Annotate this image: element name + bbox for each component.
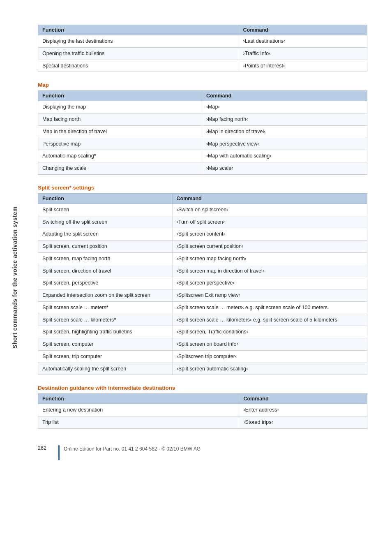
table-row: Split screen, perspective ›Split screen … [38,277,367,289]
col-header-command-1: Command [239,25,367,35]
cell-function: Opening the traffic bulletins [38,47,239,60]
table-row: Split screen, trip computer ›Splitscreen… [38,350,367,363]
table-destinations-top: Function Command Displaying the last des… [38,25,367,72]
cell-function: Split screen, highlighting traffic bulle… [38,326,173,338]
cell-function: Split screen, computer [38,338,173,351]
section-destinations-top: Function Command Displaying the last des… [38,25,367,72]
table-row: Displaying the last destinations ›Last d… [38,35,367,48]
table-row: Expanded intersection zoom on the split … [38,289,367,302]
table-row: Entering a new destination ›Enter addres… [38,404,367,416]
table-row: Perspective map ›Map perspective view‹ [38,138,367,150]
cell-function: Expanded intersection zoom on the split … [38,289,173,302]
table-row: Adapting the split screen ›Split screen … [38,228,367,240]
table-row: Map facing north ›Map facing north‹ [38,113,367,126]
cell-command: ›Split screen scale … kilometers‹ e.g. s… [172,314,367,326]
cell-function: Split screen, perspective [38,277,173,289]
cell-function: Split screen, map facing north [38,252,173,265]
cell-function: Map facing north [38,113,202,126]
cell-command: ›Switch on splitscreen‹ [172,204,367,216]
cell-command: ›Split screen on board info‹ [172,338,367,351]
cell-function: Split screen scale … meters* [38,301,173,314]
cell-command: ›Split screen automatic scaling‹ [172,363,367,375]
col-header-function-3: Function [38,193,173,204]
sidebar-text: Short commands for the voice activation … [12,206,18,349]
page-number: 262 [38,445,54,451]
cell-function: Displaying the map [38,101,202,113]
table-row: Automatically scaling the split screen ›… [38,363,367,375]
table-row: Split screen, highlighting traffic bulle… [38,326,367,338]
footer-text: Online Edition for Part no. 01 41 2 604 … [64,445,201,452]
cell-command: ›Split screen map in direction of travel… [172,265,367,277]
cell-function: Entering a new destination [38,404,239,416]
table-row: Displaying the map ›Map‹ [38,101,367,113]
cell-command: ›Turn off split screen‹ [172,216,367,228]
cell-command: ›Stored trips‹ [239,416,367,429]
col-header-command-4: Command [239,394,367,404]
cell-function: Changing the scale [38,162,202,175]
table-row: Automatic map scaling* ›Map with automat… [38,150,367,162]
cell-function: Split screen, current position [38,240,173,253]
cell-function: Split screen scale … kilometers* [38,314,173,326]
table-row: Special destinations ›Points of interest… [38,60,367,72]
section-title-destination-guidance: Destination guidance with intermediate d… [38,385,367,391]
section-split-screen: Split screen* settings Function Command … [38,185,367,375]
sidebar: Short commands for the voice activation … [0,0,30,555]
table-row: Split screen, computer ›Split screen on … [38,338,367,351]
col-header-command-3: Command [172,193,367,204]
table-row: Split screen scale … meters* ›Split scre… [38,301,367,314]
cell-function: Switching off the split screen [38,216,173,228]
table-row: Changing the scale ›Map scale‹ [38,162,367,175]
cell-command: ›Last destinations‹ [239,35,367,48]
cell-function: Adapting the split screen [38,228,173,240]
cell-function: Displaying the last destinations [38,35,239,48]
footer: 262 Online Edition for Part no. 01 41 2 … [38,445,367,460]
table-row: Split screen scale … kilometers* ›Split … [38,314,367,326]
cell-function: Split screen, trip computer [38,350,173,363]
cell-command: ›Split screen content‹ [172,228,367,240]
table-row: Split screen, direction of travel ›Split… [38,265,367,277]
table-row: Split screen, map facing north ›Split sc… [38,252,367,265]
section-title-split-screen: Split screen* settings [38,185,367,191]
table-row: Opening the traffic bulletins ›Traffic I… [38,47,367,60]
section-map: Map Function Command Displaying the map … [38,82,367,175]
cell-command: ›Split screen perspective‹ [172,277,367,289]
cell-function: Perspective map [38,138,202,150]
table-row: Trip list ›Stored trips‹ [38,416,367,429]
cell-function: Split screen [38,204,173,216]
section-title-map: Map [38,82,367,88]
footer-bar [58,445,60,460]
cell-command: ›Splitscreen Exit ramp view‹ [172,289,367,302]
cell-command: ›Split screen, Traffic conditions‹ [172,326,367,338]
cell-function: Special destinations [38,60,239,72]
cell-command: ›Map with automatic scaling‹ [202,150,367,162]
cell-command: ›Map in direction of travel‹ [202,125,367,138]
cell-function: Automatic map scaling* [38,150,202,162]
cell-command: ›Map scale‹ [202,162,367,175]
cell-command: ›Split screen map facing north‹ [172,252,367,265]
table-split-screen: Function Command Split screen ›Switch on… [38,193,367,375]
section-destination-guidance: Destination guidance with intermediate d… [38,385,367,429]
main-content: Function Command Displaying the last des… [30,0,392,555]
cell-function: Trip list [38,416,239,429]
table-row: Split screen, current position ›Split sc… [38,240,367,253]
cell-command: ›Enter address‹ [239,404,367,416]
table-destination-guidance: Function Command Entering a new destinat… [38,393,367,429]
cell-function: Split screen, direction of travel [38,265,173,277]
table-map: Function Command Displaying the map ›Map… [38,90,367,175]
col-header-command-2: Command [202,91,367,101]
col-header-function-1: Function [38,25,239,35]
col-header-function-2: Function [38,91,202,101]
page-container: Short commands for the voice activation … [0,0,392,555]
cell-command: ›Split screen scale … meters‹ e.g. split… [172,301,367,314]
cell-function: Automatically scaling the split screen [38,363,173,375]
table-row: Map in the direction of travel ›Map in d… [38,125,367,138]
cell-command: ›Map‹ [202,101,367,113]
cell-command: ›Points of interest‹ [239,60,367,72]
table-row: Split screen ›Switch on splitscreen‹ [38,204,367,216]
col-header-function-4: Function [38,394,239,404]
cell-command: ›Split screen current position‹ [172,240,367,253]
cell-function: Map in the direction of travel [38,125,202,138]
table-row: Switching off the split screen ›Turn off… [38,216,367,228]
cell-command: ›Map facing north‹ [202,113,367,126]
cell-command: ›Traffic Info‹ [239,47,367,60]
